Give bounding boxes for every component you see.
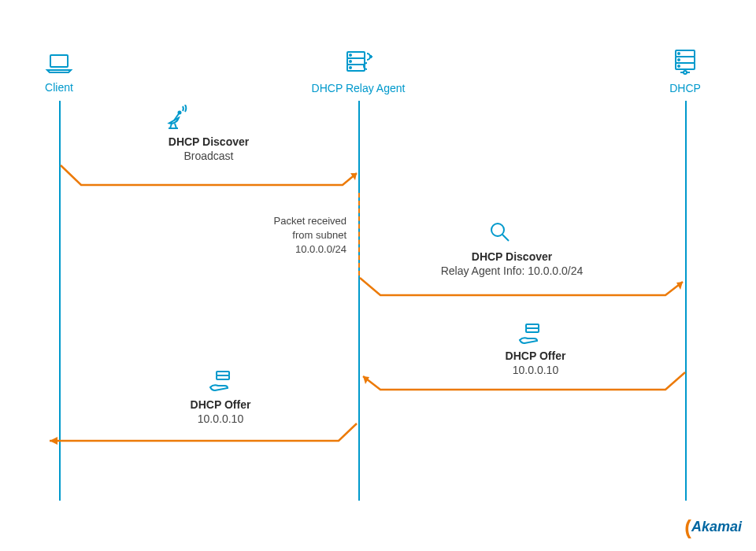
svg-point-11	[678, 59, 680, 61]
dhcp-relay-sequence-diagram: Client DHCP Relay Agent	[0, 0, 756, 551]
svg-rect-24	[526, 328, 539, 332]
message-discover-relayinfo: DHCP Discover Relay Agent Info: 10.0.0.0…	[413, 250, 610, 277]
svg-rect-0	[50, 55, 68, 67]
actor-relay: DHCP Relay Agent	[311, 47, 406, 94]
hand-server-icon	[517, 323, 543, 349]
actor-relay-label: DHCP Relay Agent	[311, 82, 406, 94]
actor-client: Client	[35, 53, 83, 94]
note-line: Packet received	[256, 214, 346, 228]
server-icon	[671, 47, 699, 79]
relay-server-icon	[341, 47, 376, 79]
logo-swoosh-icon: (	[684, 516, 691, 539]
svg-point-10	[678, 53, 680, 54]
message-discover-broadcast: DHCP Discover Broadcast	[146, 135, 272, 162]
svg-point-13	[684, 71, 687, 74]
logo-text: Akamai	[691, 519, 742, 534]
svg-point-6	[350, 67, 351, 68]
akamai-logo: (Akamai	[684, 516, 742, 540]
message-title: DHCP Discover	[413, 250, 610, 263]
arrow-client-to-relay	[59, 161, 366, 197]
svg-line-21	[502, 235, 509, 241]
hand-server-icon	[207, 370, 234, 397]
magnifier-icon	[488, 220, 512, 247]
svg-point-12	[678, 65, 680, 67]
actor-dhcp: DHCP	[662, 47, 709, 94]
message-title: DHCP Offer	[161, 398, 280, 411]
note-line: 10.0.0.0/24	[256, 242, 346, 257]
message-title: DHCP Discover	[146, 135, 272, 148]
svg-marker-28	[50, 437, 57, 445]
svg-point-5	[350, 61, 351, 62]
svg-point-15	[179, 112, 181, 114]
arrow-dhcp-to-relay	[358, 370, 693, 401]
svg-point-4	[350, 54, 351, 56]
message-title: DHCP Offer	[476, 349, 595, 362]
arrow-relay-to-dhcp	[358, 276, 693, 307]
svg-rect-27	[217, 375, 229, 379]
subnet-note: Packet received from subnet 10.0.0.0/24	[256, 214, 346, 257]
actor-client-label: Client	[35, 81, 83, 94]
note-line: from subnet	[256, 228, 346, 242]
arrow-relay-to-client	[43, 421, 366, 453]
laptop-icon	[45, 53, 73, 78]
satellite-dish-icon	[164, 105, 191, 135]
message-subtitle: Broadcast	[146, 150, 272, 162]
svg-point-20	[491, 224, 504, 236]
processing-indicator	[358, 193, 360, 276]
actor-dhcp-label: DHCP	[662, 82, 709, 94]
